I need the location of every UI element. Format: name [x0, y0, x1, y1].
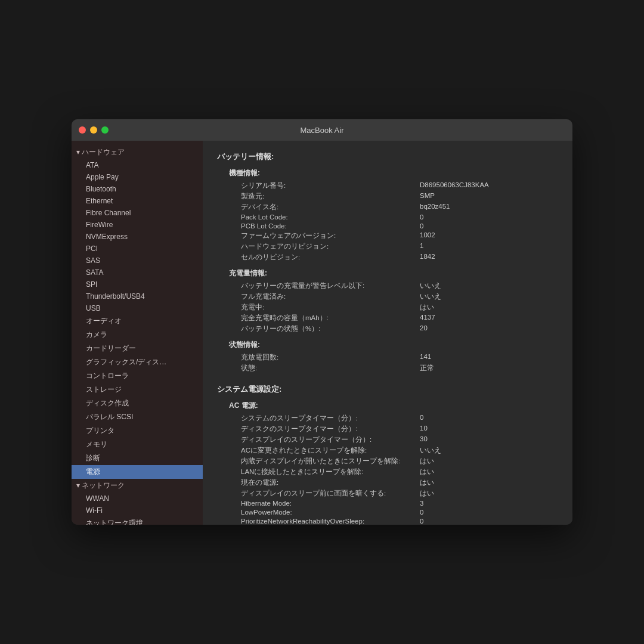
sidebar-item-graphics[interactable]: グラフィックス/ディス… — [72, 355, 203, 369]
sidebar-item-bluetooth[interactable]: Bluetooth — [72, 183, 203, 195]
sidebar-item-applepay[interactable]: Apple Pay — [72, 171, 203, 183]
table-row: ACに変更されたときにスリープを解除: いいえ — [217, 445, 558, 456]
sidebar-item-spi[interactable]: SPI — [72, 278, 203, 290]
field-label: ハードウェアのリビジョン: — [217, 241, 420, 252]
field-value: はい — [420, 302, 558, 312]
table-row: ディスプレイのスリープ前に画面を暗くする: はい — [217, 488, 558, 499]
ac-power-subtitle: AC 電源: — [217, 401, 558, 411]
table-row: 充電中: はい — [217, 302, 558, 312]
field-value: はい — [420, 477, 558, 488]
sidebar-item-sas[interactable]: SAS — [72, 255, 203, 267]
sidebar-item-power[interactable]: 電源 — [72, 465, 203, 479]
table-row: PCB Lot Code: 0 — [217, 221, 558, 230]
field-label: 内蔵ディスプレイが開いたときにスリープを解除: — [217, 456, 420, 466]
field-value: 141 — [420, 352, 558, 363]
table-row: LowPowerMode: 0 — [217, 507, 558, 516]
field-label: バッテリーの充電量が警告レベル以下: — [217, 280, 420, 291]
table-row: ディスクのスリープタイマー（分）: 10 — [217, 423, 558, 434]
table-row: デバイス名: bq20z451 — [217, 202, 558, 212]
field-value: D869506063CJ83KAA — [420, 180, 558, 191]
sidebar-item-diagnostics[interactable]: 診断 — [72, 451, 203, 465]
field-value: はい — [420, 488, 558, 499]
sidebar-item-memory[interactable]: メモリ — [72, 438, 203, 451]
battery-fields-table: シリアル番号: D869506063CJ83KAA 製造元: SMP デバイス名… — [217, 180, 558, 262]
sidebar-item-diskcreate[interactable]: ディスク作成 — [72, 397, 203, 410]
table-row: システムのスリープタイマー（分）: 0 — [217, 413, 558, 423]
table-row: フル充電済み: いいえ — [217, 291, 558, 302]
field-value: いいえ — [420, 291, 558, 302]
table-row: 充放電回数: 141 — [217, 352, 558, 363]
field-label: セルのリビジョン: — [217, 252, 420, 262]
status-info-subtitle: 状態情報: — [217, 340, 558, 350]
field-label: 充放電回数: — [217, 352, 420, 363]
field-value: 0 — [420, 516, 558, 525]
sidebar-group-hardware[interactable]: ▾ ハードウェア — [72, 145, 203, 159]
field-label: LowPowerMode: — [217, 507, 420, 516]
sidebar[interactable]: ▾ ハードウェア ATA Apple Pay Bluetooth Etherne… — [72, 141, 203, 525]
sidebar-item-wifi[interactable]: Wi-Fi — [72, 504, 203, 516]
charge-info-subtitle: 充電量情報: — [217, 268, 558, 278]
field-value: 10 — [420, 423, 558, 434]
field-value: 0 — [420, 212, 558, 221]
machine-info-subtitle: 機種情報: — [217, 168, 558, 178]
sidebar-item-firewire[interactable]: FireWire — [72, 219, 203, 231]
field-value: 30 — [420, 434, 558, 445]
field-value: はい — [420, 466, 558, 477]
sidebar-item-parallelscsi[interactable]: パラレル SCSI — [72, 410, 203, 424]
sidebar-item-camera[interactable]: カメラ — [72, 328, 203, 342]
sidebar-item-ethernet[interactable]: Ethernet — [72, 195, 203, 207]
field-value: SMP — [420, 191, 558, 202]
field-label: Pack Lot Code: — [217, 212, 420, 221]
table-row: Hibernate Mode: 3 — [217, 499, 558, 507]
field-label: ACに変更されたときにスリープを解除: — [217, 445, 420, 456]
sidebar-item-audio[interactable]: オーディオ — [72, 314, 203, 328]
sidebar-item-nvmexpress[interactable]: NVMExpress — [72, 231, 203, 243]
sidebar-item-thunderbolt[interactable]: Thunderbolt/USB4 — [72, 290, 203, 302]
traffic-lights — [79, 126, 109, 134]
sidebar-item-ata[interactable]: ATA — [72, 159, 203, 171]
field-value: 20 — [420, 323, 558, 334]
sidebar-item-networkenvironment[interactable]: ネットワーク環境 — [72, 516, 203, 525]
field-label: デバイス名: — [217, 202, 420, 212]
sidebar-item-wwan[interactable]: WWAN — [72, 493, 203, 504]
table-row: バッテリーの充電量が警告レベル以下: いいえ — [217, 280, 558, 291]
minimize-button[interactable] — [90, 126, 97, 134]
field-value: 0 — [420, 413, 558, 423]
field-label: 完全充電時の容量（mAh）: — [217, 312, 420, 323]
field-label: 状態: — [217, 363, 420, 373]
table-row: ファームウェアのバージョン: 1002 — [217, 230, 558, 241]
field-label: Hibernate Mode: — [217, 499, 420, 507]
field-label: バッテリーの状態（%）: — [217, 323, 420, 334]
sidebar-item-cardreader[interactable]: カードリーダー — [72, 342, 203, 355]
sidebar-item-fibrechannel[interactable]: Fibre Channel — [72, 207, 203, 219]
field-value: いいえ — [420, 280, 558, 291]
table-row: ハードウェアのリビジョン: 1 — [217, 241, 558, 252]
field-value: 0 — [420, 221, 558, 230]
field-value: 1 — [420, 241, 558, 252]
sidebar-item-controller[interactable]: コントローラ — [72, 369, 203, 383]
field-label: ディスプレイのスリープ前に画面を暗くする: — [217, 488, 420, 499]
field-label: ファームウェアのバージョン: — [217, 230, 420, 241]
field-label: 製造元: — [217, 191, 420, 202]
field-value: bq20z451 — [420, 202, 558, 212]
table-row: LANに接続したときにスリープを解除: はい — [217, 466, 558, 477]
sidebar-item-storage[interactable]: ストレージ — [72, 383, 203, 397]
field-value: はい — [420, 456, 558, 466]
field-value: 4137 — [420, 312, 558, 323]
battery-info-title: バッテリー情報: — [217, 151, 558, 162]
sidebar-group-network[interactable]: ▾ ネットワーク — [72, 479, 203, 493]
sidebar-item-usb[interactable]: USB — [72, 302, 203, 314]
sidebar-item-pci[interactable]: PCI — [72, 243, 203, 255]
table-row: バッテリーの状態（%）: 20 — [217, 323, 558, 334]
sidebar-item-printer[interactable]: プリンタ — [72, 424, 203, 438]
window-title: MacBook Air — [301, 126, 344, 135]
table-row: PrioritizeNetworkReachabilityOverSleep: … — [217, 516, 558, 525]
table-row: 完全充電時の容量（mAh）: 4137 — [217, 312, 558, 323]
fullscreen-button[interactable] — [101, 126, 109, 134]
system-power-title: システム電源設定: — [217, 384, 558, 395]
field-value: 1002 — [420, 230, 558, 241]
sidebar-item-sata[interactable]: SATA — [72, 267, 203, 278]
ac-fields-table: システムのスリープタイマー（分）: 0 ディスクのスリープタイマー（分）: 10… — [217, 413, 558, 525]
close-button[interactable] — [79, 126, 86, 134]
table-row: ディスプレイのスリープタイマー（分）: 30 — [217, 434, 558, 445]
